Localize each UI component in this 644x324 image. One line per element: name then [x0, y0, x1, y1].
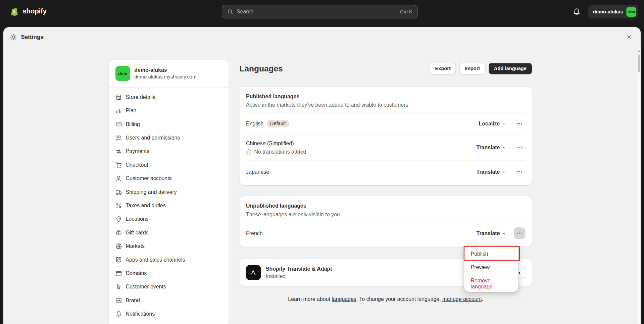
sidebar-item-customer-events[interactable]: Customer events — [112, 280, 226, 293]
row-options-button[interactable] — [514, 142, 525, 153]
language-name: English — [246, 120, 263, 126]
sidebar-item-label: Markets — [126, 243, 145, 249]
taxes-icon — [115, 202, 122, 209]
notifications-bell-icon[interactable] — [573, 8, 581, 16]
sidebar-item-label: Domains — [126, 270, 147, 276]
sidebar-item-label: Customer events — [126, 284, 166, 290]
sidebar-item-customer-accounts[interactable]: Customer accounts — [112, 172, 226, 185]
manage-account-link[interactable]: manage account — [442, 296, 482, 302]
settings-sidebar: dem demo-alukas demo-alukas.myshopify.co… — [109, 60, 229, 324]
language-row-chinese-simplified: Chinese (Simplified)No translations adde… — [246, 134, 525, 160]
menu-item-remove-language[interactable]: Remove language — [466, 277, 517, 290]
chevron-down-icon — [502, 121, 506, 126]
sidebar-item-locations[interactable]: Locations — [112, 212, 226, 226]
unpublished-description: These languages are only visible to you — [246, 211, 525, 217]
sidebar-item-domains[interactable]: Domains — [112, 266, 226, 280]
sidebar-item-billing[interactable]: Billing — [112, 117, 226, 131]
languages-link[interactable]: languages — [332, 296, 356, 302]
sidebar-item-shipping-and-delivery[interactable]: Shipping and delivery — [112, 185, 226, 199]
sidebar-item-users-and-permissions[interactable]: Users and permissions — [112, 131, 226, 144]
add-language-button[interactable]: Add language — [489, 63, 532, 74]
translate-button[interactable]: Translate — [473, 142, 510, 153]
gift-cards-icon — [115, 229, 122, 236]
settings-title: Settings — [21, 34, 44, 40]
topbar: shopify Search Ctrl K demo-alukas dem — [0, 0, 644, 23]
page-header: Languages Export Import Add language — [240, 63, 532, 74]
store-card[interactable]: dem demo-alukas demo-alukas.myshopify.co… — [109, 60, 229, 88]
app-status: Installed — [266, 273, 332, 280]
unpublished-title: Unpublished languages — [246, 203, 525, 209]
row-options-button[interactable] — [514, 118, 525, 129]
footer-text: Learn more about — [288, 296, 332, 302]
language-context-menu: PublishPreviewRemove language — [464, 246, 518, 292]
sidebar-item-plan[interactable]: Plan — [112, 104, 226, 117]
localize-button[interactable]: Localize — [476, 118, 510, 129]
sidebar-item-payments[interactable]: Payments — [112, 145, 226, 158]
app-title: Shopify Translate & Adapt — [266, 265, 332, 272]
gear-icon — [10, 34, 17, 41]
menu-item-preview[interactable]: Preview — [466, 260, 517, 273]
store-domain: demo-alukas.myshopify.com — [134, 74, 196, 80]
export-button[interactable]: Export — [430, 63, 456, 74]
chevron-down-icon — [502, 145, 506, 150]
sidebar-item-brand[interactable]: Brand — [112, 293, 226, 307]
unpublished-rows: FrenchTranslate — [246, 222, 525, 244]
sidebar-item-checkout[interactable]: Checkout — [112, 158, 226, 171]
sidebar-item-store-details[interactable]: Store details — [112, 90, 226, 104]
domains-icon — [115, 270, 122, 277]
scrollbar-thumb[interactable] — [638, 55, 640, 72]
import-button[interactable]: Import — [459, 63, 486, 74]
sidebar-item-label: Customer accounts — [126, 175, 171, 181]
markets-icon — [115, 243, 122, 250]
user-menu[interactable]: demo-alukas dem — [588, 5, 638, 18]
published-languages-card: Published languages Active in the market… — [240, 87, 532, 185]
language-name: Japanese — [246, 168, 269, 174]
sidebar-item-label: Store details — [126, 94, 155, 100]
translate-button[interactable]: Translate — [473, 228, 510, 239]
sidebar-item-label: Locations — [126, 216, 148, 222]
sidebar-item-gift-cards[interactable]: Gift cards — [112, 226, 226, 239]
locations-icon — [115, 216, 122, 222]
language-row-japanese: JapaneseTranslate — [246, 160, 525, 182]
sidebar-item-markets[interactable]: Markets — [112, 239, 226, 253]
sidebar-item-label: Plan — [126, 108, 136, 114]
footer-text-after: . — [482, 296, 483, 302]
translate-button[interactable]: Translate — [473, 166, 510, 177]
search-input[interactable]: Search Ctrl K — [222, 5, 418, 18]
sidebar-item-apps-and-sales-channels[interactable]: Apps and sales channels — [112, 253, 226, 266]
footer-text-middle: . To change your account language, — [356, 296, 442, 302]
action-label: Localize — [479, 120, 500, 126]
default-badge: Default — [267, 120, 289, 127]
settings-modal: Settings dem demo-alukas demo-alukas.mys… — [3, 27, 641, 324]
footer-note: Learn more about languages. To change yo… — [240, 296, 532, 302]
chevron-down-icon — [502, 169, 506, 174]
sidebar-item-notifications[interactable]: Notifications — [112, 307, 226, 320]
user-name: demo-alukas — [593, 9, 623, 14]
published-title: Published languages — [246, 93, 525, 99]
close-button[interactable] — [624, 31, 635, 43]
sidebar-item-taxes-and-duties[interactable]: Taxes and duties — [112, 199, 226, 212]
language-row-english: EnglishDefaultLocalize — [246, 112, 525, 134]
action-label: Translate — [477, 230, 500, 236]
chevron-down-icon — [502, 231, 506, 235]
brand-wordmark: shopify — [22, 7, 46, 15]
scroll-up-arrow[interactable]: ▲ — [637, 48, 641, 53]
row-options-button[interactable] — [514, 227, 525, 239]
sidebar-item-label: Shipping and delivery — [126, 189, 177, 195]
search-placeholder: Search — [237, 9, 397, 15]
customer-accounts-icon — [115, 175, 122, 182]
translate-adapt-app-icon — [246, 265, 261, 280]
customer-events-icon — [115, 283, 122, 290]
brand-icon — [115, 297, 122, 304]
menu-separator — [466, 275, 517, 275]
menu-item-publish[interactable]: Publish — [466, 247, 517, 260]
shopify-logo[interactable]: shopify — [9, 6, 47, 17]
sidebar-item-label: Checkout — [126, 162, 148, 168]
row-options-button[interactable] — [514, 166, 525, 177]
sidebar-item-label: Users and permissions — [126, 134, 180, 141]
unpublished-languages-card: Unpublished languages These languages ar… — [240, 196, 532, 247]
store-icon — [115, 94, 122, 101]
settings-nav: Store detailsPlanBillingUsers and permis… — [109, 88, 229, 324]
language-name: Chinese (Simplified) — [246, 141, 294, 147]
sidebar-item-label: Apps and sales channels — [126, 257, 185, 263]
